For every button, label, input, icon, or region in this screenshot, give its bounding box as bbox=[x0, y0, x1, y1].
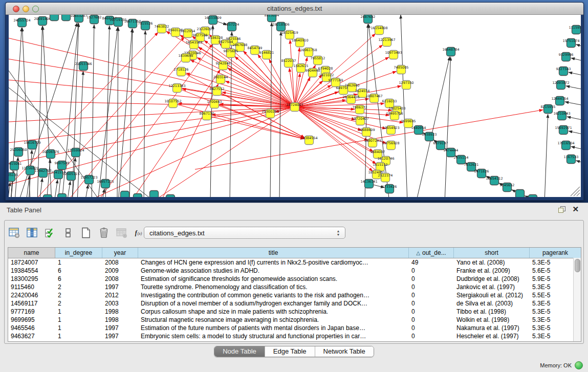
table-cell[interactable]: 0 bbox=[409, 324, 454, 332]
graph-edge[interactable] bbox=[144, 31, 145, 197]
table-cell[interactable]: 1 bbox=[55, 316, 102, 324]
table-cell[interactable]: 18724007 bbox=[8, 258, 55, 267]
graph-node[interactable]: 16961758 bbox=[300, 48, 317, 57]
graph-node[interactable]: 24055724 bbox=[13, 18, 30, 27]
table-cell[interactable]: Wolkin et al. (1998) bbox=[454, 316, 530, 324]
graph-node[interactable]: 9329966 bbox=[559, 53, 574, 61]
table-row[interactable]: 1872400712008Changes of HCN gene express… bbox=[8, 258, 581, 267]
table-cell[interactable]: Franke et al. (2009) bbox=[454, 267, 530, 275]
column-header-name[interactable]: name bbox=[8, 248, 55, 258]
graph-node[interactable]: 1527602 bbox=[87, 15, 102, 24]
table-cell[interactable]: 0 bbox=[409, 275, 454, 283]
table-cell[interactable]: 2008 bbox=[102, 258, 138, 267]
column-header-pagerank[interactable]: pagerank bbox=[530, 248, 581, 258]
graph-node[interactable]: 1297350 bbox=[399, 81, 414, 90]
table-cell[interactable]: 2009 bbox=[102, 267, 138, 275]
table-cell[interactable]: 9777169 bbox=[8, 308, 55, 316]
graph-node[interactable]: 12505115 bbox=[62, 172, 79, 181]
table-cell[interactable]: de Silva et al. (2003) bbox=[454, 299, 530, 308]
graph-node[interactable]: 19654923 bbox=[382, 126, 399, 135]
graph-node[interactable]: 1167533 bbox=[564, 155, 579, 164]
graph-edge[interactable] bbox=[105, 26, 110, 197]
table-cell[interactable]: 1 bbox=[55, 332, 102, 340]
table-row[interactable]: 946554611997Estimation of the future num… bbox=[8, 324, 581, 332]
table-row[interactable]: 969969511998Structural magnetic resonanc… bbox=[8, 316, 581, 324]
table-row[interactable]: 1830029562008Estimation of significance … bbox=[8, 275, 581, 283]
graph-edge[interactable] bbox=[576, 45, 581, 50]
graph-node[interactable] bbox=[150, 191, 159, 198]
table-cell[interactable]: Dudbridge et al. (2008) bbox=[454, 275, 530, 283]
table-cell[interactable]: Stergiakouli et al. (2012) bbox=[454, 291, 530, 299]
table-cell[interactable]: 1 bbox=[55, 308, 102, 316]
rows-button[interactable] bbox=[61, 226, 75, 239]
graph-node[interactable] bbox=[58, 194, 67, 198]
table-cell[interactable]: 0 bbox=[409, 316, 454, 324]
table-cell[interactable]: 1998 bbox=[102, 308, 138, 316]
graph-edge[interactable] bbox=[565, 102, 581, 107]
column-header-title[interactable]: title bbox=[138, 248, 409, 258]
graph-node[interactable] bbox=[529, 195, 537, 198]
table-cell[interactable]: Corpus callosum shape and size in male p… bbox=[138, 308, 409, 316]
graph-node[interactable]: 18807243 bbox=[364, 139, 381, 147]
graph-edge[interactable] bbox=[290, 40, 295, 102]
graph-svg[interactable]: 1872400774638228560128591295423226055982… bbox=[9, 15, 581, 197]
graph-node[interactable]: 3915061 bbox=[9, 162, 21, 170]
graph-node[interactable]: 8813054 bbox=[265, 15, 279, 22]
table-cell[interactable]: 0 bbox=[409, 308, 454, 316]
graph-node[interactable]: 12213967 bbox=[378, 38, 395, 47]
table-cell[interactable]: 6 bbox=[55, 267, 102, 275]
graph-edge[interactable] bbox=[85, 185, 88, 197]
graph-edge[interactable] bbox=[512, 190, 516, 192]
graph-edge[interactable] bbox=[445, 57, 451, 197]
graph-edge[interactable] bbox=[571, 146, 581, 152]
graph-edge[interactable] bbox=[569, 72, 581, 78]
table-cell[interactable]: Disruption of a novel member of a sodium… bbox=[138, 299, 409, 308]
table-cell[interactable]: Nakamura et al. (1997) bbox=[454, 324, 530, 332]
graph-node[interactable] bbox=[166, 195, 175, 198]
graph-node[interactable]: 1733426 bbox=[382, 185, 397, 193]
table-cell[interactable]: Estimation of the future numbers of pati… bbox=[138, 324, 409, 332]
column-header-year[interactable]: year bbox=[102, 248, 138, 258]
table-row[interactable]: 977716911998Corpus callosum shape and si… bbox=[8, 308, 581, 316]
scrollbar-thumb[interactable] bbox=[575, 259, 580, 272]
graph-edge[interactable] bbox=[123, 70, 220, 197]
network-window[interactable]: citations_edges.txt 18724007746382285601… bbox=[5, 2, 584, 201]
graph-node[interactable]: 17016504 bbox=[557, 141, 574, 150]
graph-node[interactable]: 7815526 bbox=[138, 21, 153, 30]
resize-grip[interactable] bbox=[571, 187, 580, 196]
graph-edge[interactable] bbox=[566, 86, 581, 92]
graph-node[interactable]: 2887682 bbox=[361, 15, 376, 24]
graph-edge[interactable] bbox=[11, 28, 21, 197]
graph-node[interactable]: 15751074 bbox=[562, 39, 579, 48]
table-cell[interactable]: 2 bbox=[55, 299, 102, 308]
table-cell[interactable]: 9465546 bbox=[8, 324, 55, 332]
graph-edge[interactable] bbox=[62, 109, 291, 197]
graph-node[interactable] bbox=[134, 194, 142, 198]
table-cell[interactable]: 14569117 bbox=[8, 299, 55, 308]
graph-edge[interactable] bbox=[54, 180, 58, 197]
graph-node[interactable]: 20364436 bbox=[342, 95, 359, 104]
graph-edge[interactable] bbox=[9, 54, 290, 106]
table-cell[interactable]: 2 bbox=[55, 283, 102, 291]
graph-node[interactable]: 20691406 bbox=[34, 17, 51, 26]
graph-node[interactable]: 14136141 bbox=[360, 180, 377, 188]
table-cell[interactable]: 0 bbox=[409, 332, 454, 340]
graph-node[interactable]: 21053346 bbox=[75, 62, 92, 71]
window-titlebar[interactable]: citations_edges.txt bbox=[6, 3, 583, 15]
column-header-short[interactable]: short bbox=[454, 248, 530, 258]
graph-edge[interactable] bbox=[72, 23, 79, 197]
table-cell[interactable]: Yano et al. (2008) bbox=[454, 258, 530, 267]
graph-edge[interactable] bbox=[279, 32, 281, 197]
table-cell[interactable]: 1997 bbox=[102, 283, 138, 291]
memory-status-indicator[interactable] bbox=[575, 361, 583, 369]
table-cell[interactable]: 9115460 bbox=[8, 283, 55, 291]
table-row[interactable]: 911546021997Tourette syndrome. Phenomeno… bbox=[8, 283, 581, 291]
graph-node[interactable] bbox=[516, 190, 525, 198]
graph-node[interactable]: 18640910 bbox=[291, 38, 308, 47]
table-cell[interactable]: Changes of HCN gene expression and I(f) … bbox=[138, 258, 409, 267]
table-cell[interactable]: 19384554 bbox=[8, 267, 55, 275]
delete-button[interactable] bbox=[97, 226, 111, 239]
table-cell[interactable]: Genome-wide association studies in ADHD. bbox=[138, 267, 409, 275]
table-cell[interactable]: 0 bbox=[409, 291, 454, 299]
graph-node[interactable]: 7485005 bbox=[394, 65, 409, 74]
